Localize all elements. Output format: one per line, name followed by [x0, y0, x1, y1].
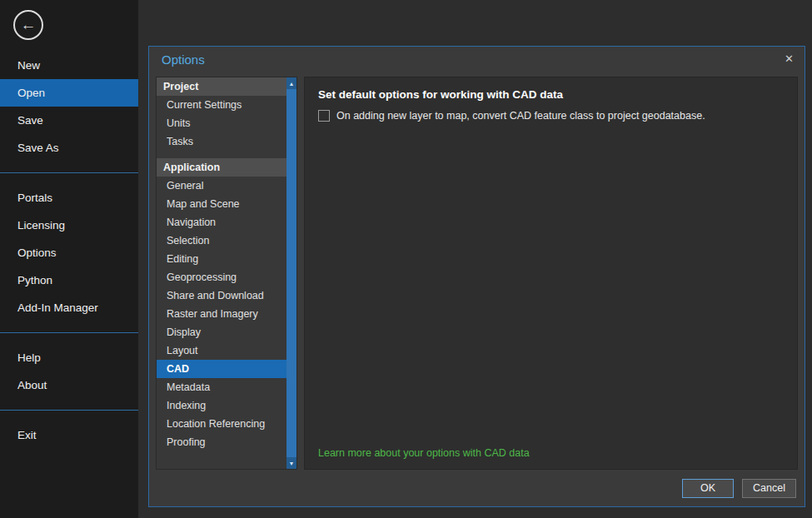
- nav-item-indexing[interactable]: Indexing: [157, 396, 286, 415]
- nav-item-selection[interactable]: Selection: [157, 232, 286, 250]
- sidebar-item-new[interactable]: New: [0, 52, 138, 79]
- nav-scrollbar[interactable]: ▲ ▼: [286, 77, 296, 469]
- options-nav-panel: Project Current Settings Units Tasks App…: [156, 77, 297, 470]
- nav-item-metadata[interactable]: Metadata: [157, 378, 286, 396]
- nav-item-layout[interactable]: Layout: [157, 341, 286, 360]
- scroll-down-icon[interactable]: ▼: [286, 457, 296, 469]
- nav-item-editing[interactable]: Editing: [157, 250, 286, 268]
- dialog-button-row: OK Cancel: [682, 479, 796, 498]
- nav-item-location-referencing[interactable]: Location Referencing: [157, 415, 286, 433]
- sidebar-item-about[interactable]: About: [0, 371, 138, 399]
- nav-item-display[interactable]: Display: [157, 323, 286, 341]
- sidebar-item-add-in-manager[interactable]: Add-In Manager: [0, 294, 138, 321]
- sidebar-divider: [0, 410, 138, 411]
- close-icon[interactable]: ✕: [785, 52, 794, 65]
- cancel-button[interactable]: Cancel: [742, 479, 796, 498]
- back-arrow-icon: ←: [21, 16, 37, 34]
- dialog-title: Options: [162, 52, 205, 67]
- convert-cad-checkbox-row[interactable]: On adding new layer to map, convert CAD …: [305, 110, 797, 122]
- nav-section-project: Project: [157, 77, 286, 96]
- options-dialog: Options ✕ Project Current Settings Units…: [148, 46, 805, 507]
- nav-item-map-and-scene[interactable]: Map and Scene: [157, 195, 286, 213]
- sidebar-item-exit[interactable]: Exit: [0, 421, 138, 449]
- checkbox-unchecked-icon[interactable]: [318, 110, 330, 122]
- checkbox-label: On adding new layer to map, convert CAD …: [336, 110, 705, 122]
- sidebar-item-portals[interactable]: Portals: [0, 184, 138, 212]
- scroll-up-icon[interactable]: ▲: [286, 77, 296, 89]
- back-button[interactable]: ←: [13, 10, 43, 40]
- nav-item-raster-and-imagery[interactable]: Raster and Imagery: [157, 305, 286, 323]
- nav-item-geoprocessing[interactable]: Geoprocessing: [157, 268, 286, 286]
- nav-item-cad[interactable]: CAD: [157, 360, 286, 378]
- sidebar-item-licensing[interactable]: Licensing: [0, 212, 138, 239]
- sidebar-item-save-as[interactable]: Save As: [0, 134, 138, 162]
- nav-item-current-settings[interactable]: Current Settings: [157, 96, 286, 114]
- nav-item-general[interactable]: General: [157, 177, 286, 195]
- nav-item-share-and-download[interactable]: Share and Download: [157, 286, 286, 305]
- nav-item-navigation[interactable]: Navigation: [157, 213, 286, 232]
- nav-item-units[interactable]: Units: [157, 114, 286, 132]
- sidebar-divider: [0, 332, 138, 333]
- panel-heading: Set default options for working with CAD…: [305, 77, 797, 110]
- scrollbar-thumb[interactable]: [286, 89, 296, 457]
- options-nav-list: Project Current Settings Units Tasks App…: [157, 77, 286, 469]
- sidebar-divider: [0, 172, 138, 173]
- sidebar-item-python[interactable]: Python: [0, 266, 138, 294]
- nav-section-application: Application: [157, 158, 286, 177]
- sidebar-item-open[interactable]: Open: [0, 79, 138, 107]
- cad-options-panel: Set default options for working with CAD…: [304, 77, 798, 470]
- sidebar-item-help[interactable]: Help: [0, 344, 138, 371]
- nav-item-tasks[interactable]: Tasks: [157, 132, 286, 151]
- nav-item-proofing[interactable]: Proofing: [157, 433, 286, 451]
- learn-more-link[interactable]: Learn more about your options with CAD d…: [318, 447, 530, 459]
- ok-button[interactable]: OK: [682, 479, 734, 498]
- backstage-sidebar: ← New Open Save Save As Portals Licensin…: [0, 0, 138, 518]
- sidebar-item-options[interactable]: Options: [0, 239, 138, 266]
- sidebar-item-save[interactable]: Save: [0, 107, 138, 134]
